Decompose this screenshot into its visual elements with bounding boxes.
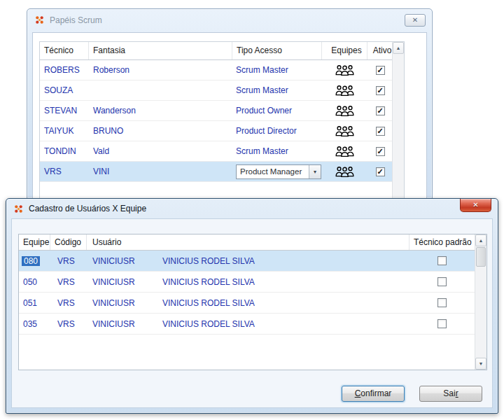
table-row[interactable]: TAIYUK BRUNO Product Director ✓: [40, 121, 393, 141]
tecnico-padrao-checkbox[interactable]: [438, 298, 447, 307]
team-icon: [335, 166, 354, 177]
cell-equipe: 051: [19, 298, 50, 308]
header-tipo-acesso: Tipo Acesso: [232, 42, 322, 59]
usuario-nome: VINICIUS RODEL SILVA: [162, 319, 255, 329]
scroll-up-button[interactable]: ▲: [475, 234, 486, 246]
vertical-scrollbar[interactable]: ▲ ▼: [475, 234, 486, 370]
papeis-grid: Técnico Fantasia Tipo Acesso Equipes Ati…: [39, 41, 405, 200]
cell-tecnico: ROBERS: [40, 65, 89, 75]
close-button[interactable]: ✕: [405, 14, 426, 27]
cell-codigo: VRS: [50, 256, 87, 266]
grid-header-row: Técnico Fantasia Tipo Acesso Equipes Ati…: [40, 42, 393, 60]
cell-equipes[interactable]: [322, 125, 368, 136]
ativo-checkbox[interactable]: ✓: [376, 167, 385, 176]
chevron-down-icon[interactable]: ▾: [309, 165, 321, 178]
cell-equipes[interactable]: [322, 166, 368, 177]
tecnico-padrao-checkbox[interactable]: [438, 277, 447, 286]
app-icon: [34, 15, 45, 25]
usuario-login: VINICIUSR: [92, 256, 135, 266]
team-icon: [335, 146, 354, 157]
cell-equipe-selected[interactable]: 080: [22, 256, 40, 266]
cell-equipe: 035: [19, 319, 50, 329]
table-row[interactable]: ROBERS Roberson Scrum Master ✓: [40, 60, 393, 80]
cadastro-usuarios-equipe-window: Cadastro de Usuários X Equipe ✕ Equipe C…: [6, 198, 498, 414]
table-row[interactable]: SOUZA Scrum Master ✓: [40, 80, 393, 101]
cell-tecnico: VRS: [40, 167, 89, 176]
tipo-acesso-combobox[interactable]: Product Manager ▾: [236, 164, 321, 179]
close-icon: ✕: [412, 16, 418, 24]
cell-equipes[interactable]: [322, 85, 368, 96]
cell-equipes[interactable]: [322, 146, 368, 157]
usuario-nome: VINICIUS RODEL SILVA: [162, 277, 255, 287]
cell-tecnico: SOUZA: [40, 85, 89, 95]
header-fantasia: Fantasia: [89, 42, 232, 59]
header-tecnico: Técnico: [40, 42, 89, 59]
table-row-selected[interactable]: 080 VRS VINICIUSR VINICIUS RODEL SILVA: [19, 251, 475, 272]
header-codigo: Código: [50, 234, 87, 250]
table-row[interactable]: 035 VRS VINICIUSR VINICIUS RODEL SILVA: [19, 314, 475, 335]
confirmar-button[interactable]: Confirmar: [342, 386, 405, 402]
scrollbar-thumb[interactable]: [476, 247, 486, 267]
team-icon: [335, 64, 354, 76]
tecnico-padrao-checkbox[interactable]: [438, 319, 447, 328]
table-row[interactable]: 051 VRS VINICIUSR VINICIUS RODEL SILVA: [19, 293, 475, 314]
cell-tecnico: TONDIN: [40, 146, 89, 156]
check-icon: ✓: [377, 127, 383, 135]
check-icon: ✓: [377, 107, 383, 115]
header-ativo: Ativo: [368, 42, 393, 59]
cell-codigo: VRS: [50, 298, 87, 308]
cell-tipo-acesso: Scrum Master: [232, 146, 322, 156]
ativo-checkbox[interactable]: ✓: [376, 127, 385, 136]
papeis-scrum-window: Papéis Scrum ✕ Técnico Fantasia Tipo Ace…: [27, 8, 433, 199]
cell-fantasia: VINI: [89, 167, 232, 176]
titlebar[interactable]: Papéis Scrum ✕: [27, 9, 432, 31]
cell-tecnico: STEVAN: [40, 106, 89, 115]
combobox-value: Product Manager: [237, 167, 309, 176]
usuarios-grid: Equipe Código Usuário Técnico padrão 080…: [18, 234, 487, 370]
usuario-login: VINICIUSR: [92, 319, 135, 329]
ativo-checkbox[interactable]: ✓: [376, 147, 385, 156]
cell-tipo-acesso: Product Owner: [232, 106, 322, 115]
check-icon: ✓: [377, 66, 383, 74]
cell-usuario: VINICIUSR VINICIUS RODEL SILVA: [87, 256, 410, 266]
table-row[interactable]: STEVAN Wanderson Product Owner ✓: [40, 101, 393, 121]
check-icon: ✓: [377, 168, 383, 176]
ativo-checkbox[interactable]: ✓: [376, 66, 385, 75]
cell-usuario: VINICIUSR VINICIUS RODEL SILVA: [87, 319, 410, 329]
team-icon: [335, 125, 354, 136]
header-equipe: Equipe: [19, 234, 50, 250]
team-icon: [335, 105, 354, 116]
scroll-up-icon: ▲: [396, 46, 401, 50]
tecnico-padrao-checkbox[interactable]: [438, 256, 447, 265]
cell-fantasia: Roberson: [89, 65, 232, 75]
window-title: Papéis Scrum: [50, 15, 102, 25]
table-row[interactable]: 050 VRS VINICIUSR VINICIUS RODEL SILVA: [19, 272, 475, 293]
titlebar[interactable]: Cadastro de Usuários X Equipe ✕: [6, 199, 498, 218]
scroll-up-button[interactable]: ▲: [393, 42, 404, 54]
cell-equipes[interactable]: [322, 64, 368, 76]
team-icon: [335, 85, 354, 96]
header-usuario: Usuário: [87, 234, 410, 250]
scroll-down-button[interactable]: ▼: [475, 358, 486, 370]
ativo-checkbox[interactable]: ✓: [376, 106, 385, 115]
ativo-checkbox[interactable]: ✓: [376, 86, 385, 95]
cell-codigo: VRS: [50, 319, 87, 329]
vertical-scrollbar[interactable]: ▲: [392, 42, 404, 199]
cell-equipes[interactable]: [322, 105, 368, 116]
cell-tipo-acesso: Scrum Master: [232, 85, 322, 95]
close-button[interactable]: ✕: [460, 199, 491, 212]
check-icon: ✓: [377, 148, 383, 155]
check-icon: ✓: [377, 87, 383, 94]
cell-fantasia: BRUNO: [89, 126, 232, 136]
usuario-login: VINICIUSR: [92, 298, 135, 308]
table-row-selected[interactable]: VRS VINI Product Manager ▾ ✓: [40, 162, 393, 182]
cell-tecnico: TAIYUK: [40, 126, 89, 136]
scroll-up-icon: ▲: [479, 238, 484, 243]
table-row[interactable]: TONDIN Vald Scrum Master ✓: [40, 141, 393, 162]
sair-button[interactable]: Sair: [419, 386, 482, 402]
cell-usuario: VINICIUSR VINICIUS RODEL SILVA: [87, 298, 410, 308]
usuario-nome: VINICIUS RODEL SILVA: [162, 298, 255, 308]
scroll-down-icon: ▼: [479, 361, 484, 366]
cell-tipo-acesso: Scrum Master: [232, 65, 322, 75]
app-icon: [13, 204, 24, 214]
